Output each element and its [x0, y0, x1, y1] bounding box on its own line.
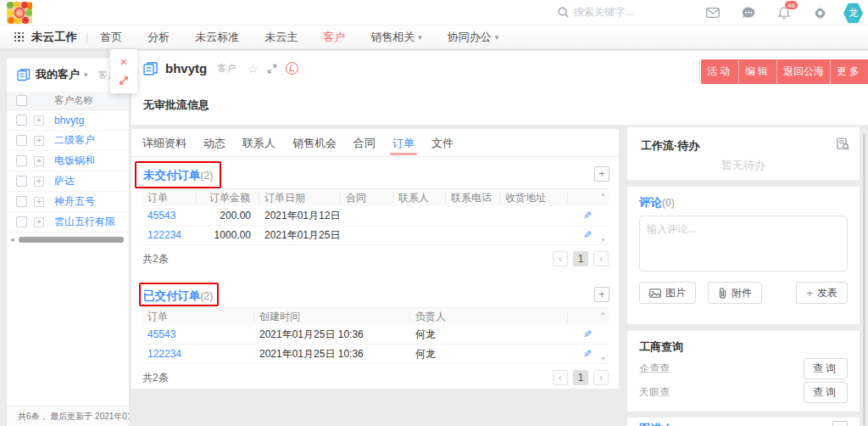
- lookup-query-button[interactable]: 查询: [804, 358, 848, 379]
- page-scrollbar[interactable]: [863, 133, 865, 426]
- settings-gear-icon[interactable]: [812, 5, 827, 20]
- expand-diagonal-icon[interactable]: [118, 75, 130, 87]
- attachment-button[interactable]: 附件: [708, 282, 762, 304]
- select-all-checkbox[interactable]: [16, 95, 27, 106]
- customer-row[interactable]: + 二级客户: [7, 131, 129, 151]
- chevron-down-icon[interactable]: ▾: [84, 70, 88, 79]
- current-page[interactable]: 1: [573, 251, 588, 266]
- tab-detail-info[interactable]: 详细资料: [142, 129, 186, 157]
- customer-name-link[interactable]: 电饭锅和: [54, 154, 129, 168]
- order-link[interactable]: 45543: [142, 210, 197, 221]
- tab-files[interactable]: 文件: [431, 129, 453, 157]
- lookup-query-button[interactable]: 查询: [804, 382, 848, 403]
- scrollbar-thumb[interactable]: [19, 237, 124, 243]
- close-icon[interactable]: ×: [120, 56, 128, 68]
- activity-button[interactable]: 活动: [701, 59, 738, 84]
- chat-icon[interactable]: [741, 5, 756, 20]
- customer-name-link[interactable]: 神舟五号: [54, 194, 129, 209]
- more-button[interactable]: 更多: [830, 59, 868, 84]
- scroll-left-icon[interactable]: ◂: [10, 235, 14, 244]
- scroll-down-icon[interactable]: ▼: [600, 237, 606, 243]
- notification-bell-icon[interactable]: 46: [776, 5, 792, 20]
- next-page-icon[interactable]: ›: [593, 251, 609, 266]
- horizontal-scrollbar[interactable]: ◂: [7, 236, 129, 244]
- customer-row[interactable]: + bhvytg: [7, 110, 129, 131]
- expand-plus-icon[interactable]: +: [34, 197, 44, 207]
- add-undelivered-order-button[interactable]: +: [594, 166, 609, 182]
- image-button[interactable]: 图片: [639, 282, 696, 304]
- prev-page-icon[interactable]: ‹: [553, 370, 568, 385]
- nav-item-standard[interactable]: 未云标准: [195, 30, 239, 45]
- edit-button[interactable]: 编辑: [738, 59, 776, 84]
- order-link[interactable]: 122234: [142, 229, 197, 241]
- scroll-down-icon[interactable]: ▼: [600, 356, 606, 362]
- table-scrollbar[interactable]: ▼: [598, 226, 609, 244]
- edit-pencil-icon[interactable]: ✎: [583, 328, 592, 340]
- nav-item-analysis[interactable]: 分析: [147, 30, 170, 45]
- prev-page-icon[interactable]: ‹: [553, 251, 568, 266]
- add-button[interactable]: +: [832, 421, 848, 426]
- order-link[interactable]: 45543: [142, 328, 254, 340]
- red-seal-icon[interactable]: [286, 62, 298, 75]
- sidebar-title[interactable]: 我的客户: [36, 67, 80, 82]
- row-checkbox[interactable]: [16, 216, 27, 227]
- nav-item-customer[interactable]: 客户: [323, 30, 345, 45]
- current-page[interactable]: 1: [573, 370, 588, 385]
- order-link[interactable]: 122234: [142, 348, 254, 360]
- scroll-up-icon[interactable]: ▲: [600, 310, 606, 316]
- add-delivered-order-button[interactable]: +: [594, 287, 609, 302]
- customer-row[interactable]: + 神舟五号: [7, 192, 129, 212]
- expand-plus-icon[interactable]: +: [34, 136, 44, 146]
- total-count: 共2条: [142, 252, 169, 266]
- row-checkbox[interactable]: [16, 155, 27, 166]
- table-scrollbar[interactable]: ▲: [598, 308, 609, 325]
- tab-activity[interactable]: 动态: [203, 129, 225, 157]
- table-scrollbar[interactable]: ▼: [598, 345, 609, 363]
- nav-item-main[interactable]: 未云主: [264, 30, 298, 45]
- edit-pencil-icon[interactable]: ✎: [583, 229, 592, 241]
- global-search[interactable]: 搜索关键字...: [558, 5, 633, 20]
- customer-row[interactable]: + 雲山五行有限: [7, 212, 129, 233]
- row-checkbox[interactable]: [16, 176, 27, 187]
- customer-title: bhvytg: [165, 61, 207, 76]
- expand-plus-icon[interactable]: +: [34, 177, 44, 187]
- customer-name-link[interactable]: 二级客户: [54, 133, 129, 148]
- company-icon: [143, 62, 159, 76]
- edit-pencil-icon[interactable]: ✎: [583, 210, 592, 221]
- customer-name-link[interactable]: 雲山五行有限: [54, 215, 129, 229]
- star-icon[interactable]: ☆: [248, 62, 259, 76]
- nav-item-sales[interactable]: 销售相关▾: [370, 30, 422, 45]
- row-checkbox[interactable]: [16, 135, 27, 146]
- tab-orders[interactable]: 订单: [392, 129, 415, 157]
- scroll-up-icon[interactable]: ▲: [600, 191, 606, 197]
- edit-pencil-icon[interactable]: ✎: [583, 348, 592, 360]
- tab-opportunities[interactable]: 销售机会: [292, 129, 337, 157]
- app-logo[interactable]: [7, 2, 32, 24]
- comment-input[interactable]: [639, 216, 848, 272]
- apps-grid-icon[interactable]: [14, 32, 24, 42]
- customer-row[interactable]: + 萨达: [7, 171, 129, 192]
- post-comment-button[interactable]: + 发表: [796, 282, 848, 304]
- expand-plus-icon[interactable]: +: [34, 156, 44, 166]
- tab-contracts[interactable]: 合同: [353, 129, 376, 157]
- mail-icon[interactable]: [705, 5, 721, 20]
- app-name[interactable]: 未云工作: [31, 30, 77, 45]
- table-scrollbar[interactable]: ▲: [598, 189, 609, 206]
- return-to-pool-button[interactable]: 退回公海: [776, 59, 830, 84]
- row-checkbox[interactable]: [16, 196, 27, 207]
- nav-item-collaboration[interactable]: 协同办公▾: [448, 30, 499, 45]
- next-page-icon[interactable]: ›: [593, 370, 609, 385]
- expand-plus-icon[interactable]: +: [34, 115, 44, 126]
- customer-name-link[interactable]: 萨达: [54, 174, 129, 188]
- user-avatar[interactable]: 龙: [843, 3, 863, 24]
- row-checkbox[interactable]: [16, 115, 27, 126]
- customer-row[interactable]: + 电饭锅和: [7, 151, 129, 171]
- expand-plus-icon[interactable]: +: [34, 217, 44, 227]
- partial-bottom-card: 跟进人 +: [627, 418, 860, 426]
- customer-name-link[interactable]: bhvytg: [54, 115, 129, 126]
- workflow-card: 工作流·待办 暂无待办: [627, 127, 860, 180]
- fullscreen-icon[interactable]: [267, 64, 277, 74]
- workflow-search-icon[interactable]: [837, 137, 849, 154]
- tab-contacts[interactable]: 联系人: [242, 129, 275, 157]
- nav-item-home[interactable]: 首页: [100, 30, 122, 45]
